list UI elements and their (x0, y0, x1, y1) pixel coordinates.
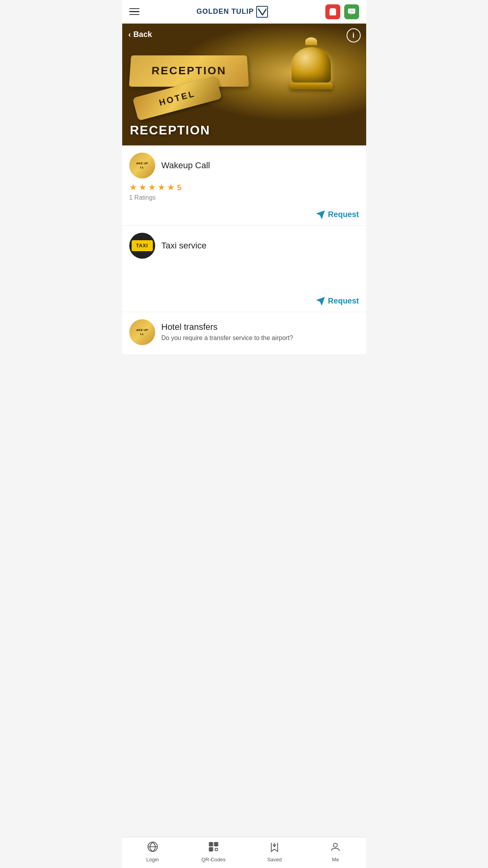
service-wakeup-header: AKE UPLL Wakeup Call (129, 153, 359, 178)
star-4: ★ (158, 182, 165, 193)
service-transfers-thumb: AKE UPLL (129, 319, 155, 345)
service-wakeup-name: Wakeup Call (161, 160, 210, 171)
transfers-thumb-text: AKE UPLL (134, 327, 149, 338)
bell-handle (305, 37, 317, 45)
taxi-request-button[interactable]: Request (316, 296, 359, 305)
cart-button[interactable] (325, 4, 340, 19)
wakeup-request-row: Request (129, 207, 359, 219)
taxi-spacer (129, 262, 359, 293)
service-transfers-name: Hotel transfers (161, 322, 218, 332)
star-2: ★ (139, 182, 147, 193)
star-3: ★ (148, 182, 156, 193)
back-button[interactable]: ‹ Back (128, 30, 152, 39)
service-item-transfers: AKE UPLL Hotel transfers Do you require … (122, 312, 366, 355)
wakeup-stars-row: ★ ★ ★ ★ ★ 5 (129, 182, 359, 193)
svg-point-3 (351, 11, 352, 11)
service-transfers-info: Hotel transfers Do you require a transfe… (161, 322, 293, 342)
logo-icon (256, 6, 268, 18)
svg-point-2 (350, 11, 350, 11)
bell-base (290, 83, 333, 90)
header-actions (325, 4, 359, 19)
hero-section: RECEPTION HOTEL ‹ Back i RECEPTION (122, 24, 366, 145)
reception-sign-text: RECEPTION (151, 64, 227, 77)
services-list: AKE UPLL Wakeup Call ★ ★ ★ ★ ★ 5 1 Ratin… (122, 145, 366, 386)
service-item-taxi: TAXI Taxi service Request (122, 226, 366, 312)
service-item-wakeup: AKE UPLL Wakeup Call ★ ★ ★ ★ ★ 5 1 Ratin… (122, 145, 366, 226)
wakeup-request-button[interactable]: Request (316, 210, 359, 219)
logo-text: GOLDEN TULIP (196, 7, 254, 16)
hotel-key-text: HOTEL (158, 88, 196, 108)
service-taxi-thumb: TAXI (129, 233, 155, 259)
svg-point-4 (352, 11, 353, 11)
info-button[interactable]: i (347, 28, 361, 42)
chat-button[interactable] (344, 4, 359, 19)
taxi-request-row: Request (129, 293, 359, 305)
wakeup-ratings: 1 Ratings (129, 194, 359, 201)
star-count: 5 (177, 183, 182, 192)
star-1: ★ (129, 182, 137, 193)
header: GOLDEN TULIP (122, 0, 366, 24)
bell-body (292, 47, 331, 83)
taxi-request-label: Request (328, 296, 359, 305)
logo: GOLDEN TULIP (196, 6, 268, 18)
service-taxi-name: Taxi service (161, 241, 207, 251)
service-transfers-desc: Do you require a transfer service to the… (161, 334, 293, 342)
menu-button[interactable] (129, 8, 139, 15)
service-wakeup-thumb: AKE UPLL (129, 153, 155, 178)
service-transfers-header: AKE UPLL Hotel transfers Do you require … (129, 319, 359, 345)
taxi-sign: TAXI (132, 240, 153, 251)
reception-sign: RECEPTION (129, 55, 249, 87)
wakeup-request-label: Request (328, 210, 359, 219)
star-5: ★ (167, 182, 175, 193)
back-chevron-icon: ‹ (128, 30, 131, 39)
back-label: Back (133, 30, 152, 39)
svg-marker-6 (317, 211, 324, 218)
hotel-bell (288, 39, 335, 90)
wakeup-thumb-text: AKE UPLL (134, 160, 149, 171)
info-icon: i (352, 31, 354, 40)
hero-title: RECEPTION (130, 123, 211, 138)
svg-marker-8 (317, 297, 324, 304)
service-taxi-header: TAXI Taxi service (129, 233, 359, 259)
